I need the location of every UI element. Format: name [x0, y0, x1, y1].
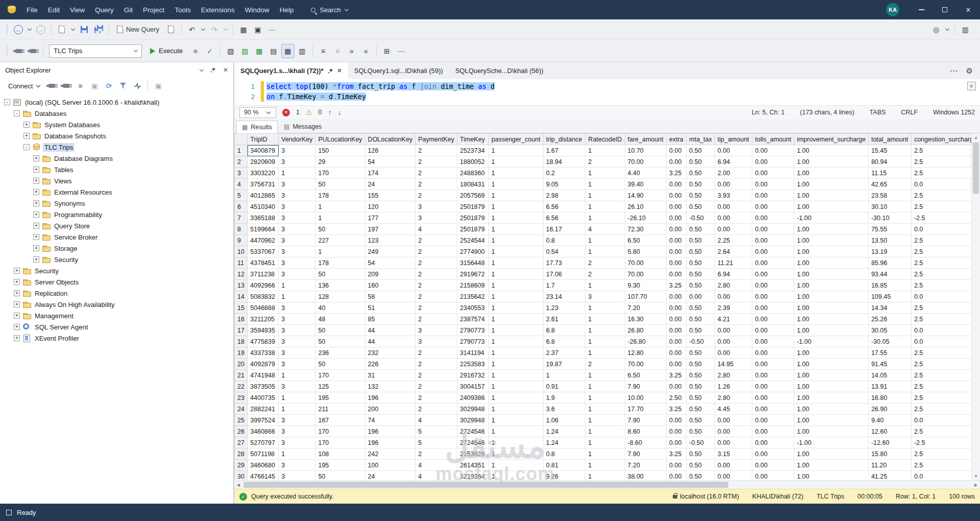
grid-cell[interactable]: 1	[585, 280, 625, 291]
settings-gear-icon[interactable]: ⚙	[966, 66, 973, 76]
database-selector[interactable]: TLC Trips	[49, 44, 142, 58]
uncomment-icon[interactable]: ≡	[331, 44, 344, 58]
grid-cell[interactable]: 16.85	[868, 280, 911, 291]
row-header[interactable]: 10	[235, 246, 248, 257]
grid-cell[interactable]: 2790773	[457, 325, 489, 336]
grid-cell[interactable]: 0.00	[715, 145, 752, 156]
grid-cell[interactable]: 1.00	[794, 325, 869, 336]
grid-cell[interactable]: 1	[585, 426, 625, 437]
scrollbar-thumb[interactable]	[243, 482, 728, 488]
grid-cell[interactable]: 1	[585, 415, 625, 426]
zoom-selector[interactable]: 90 %	[239, 107, 276, 118]
grid-cell[interactable]: 0.50	[687, 190, 715, 201]
tab-sqlquery3[interactable]: SQLQuerySche...D\khali (56))	[449, 62, 550, 79]
grid-cell[interactable]: 1	[585, 212, 625, 224]
grid-cell[interactable]: 4337338	[248, 347, 279, 359]
grid-cell[interactable]: 1	[488, 392, 543, 404]
filter-icon[interactable]	[116, 79, 130, 93]
column-header[interactable]: TimeKey	[457, 134, 489, 145]
specify-values-icon[interactable]: ⊞	[380, 44, 394, 58]
grid-cell[interactable]: 2916732	[457, 370, 489, 381]
grid-cell[interactable]: 2	[585, 156, 625, 168]
menu-help[interactable]: Help	[275, 0, 299, 19]
grid-cell[interactable]: 51	[365, 302, 415, 314]
grid-cell[interactable]: 2	[415, 381, 457, 392]
grid-cell[interactable]: 3156448	[457, 257, 489, 269]
grid-cell[interactable]: 0.00	[667, 201, 687, 212]
grid-cell[interactable]: 1.67	[543, 145, 585, 156]
grid-cell[interactable]: 1.00	[794, 471, 869, 481]
grid-cell[interactable]: 2.61	[543, 314, 585, 325]
grid-cell[interactable]: 1.00	[794, 426, 869, 437]
connect-server-icon[interactable]	[45, 79, 58, 93]
grid-cell[interactable]: 2	[415, 392, 457, 404]
grid-cell[interactable]: 3711238	[248, 269, 279, 280]
grid-cell[interactable]: 1	[488, 201, 543, 212]
grid-cell[interactable]: 1880052	[457, 156, 489, 168]
grid-cell[interactable]: 1	[585, 325, 625, 336]
grid-cell[interactable]: 0.00	[715, 291, 752, 302]
row-header[interactable]: 18	[235, 336, 248, 347]
grid-cell[interactable]: 41.25	[868, 471, 911, 481]
toolbar-overflow-icon[interactable]: ⋯	[265, 22, 279, 37]
grid-cell[interactable]: 0.50	[687, 168, 715, 179]
grid-cell[interactable]: 2	[415, 145, 457, 156]
grid-cell[interactable]: 30.10	[868, 201, 911, 212]
column-header[interactable]: passenger_count	[488, 134, 543, 145]
indent-icon[interactable]: »	[345, 44, 358, 58]
grid-cell[interactable]: 23.58	[868, 190, 911, 201]
tree-item[interactable]: +Management	[0, 310, 233, 321]
tree-item[interactable]: +Database Diagrams	[0, 153, 233, 164]
row-header[interactable]: 14	[235, 291, 248, 302]
grid-cell[interactable]: 132	[365, 381, 415, 392]
grid-cell[interactable]: 2	[415, 404, 457, 415]
grid-cell[interactable]: 126	[365, 145, 415, 156]
grid-cell[interactable]: 2153628	[457, 448, 489, 460]
error-icon[interactable]: ✕	[282, 109, 290, 116]
grid-cell[interactable]: 0.00	[667, 235, 687, 246]
grid-cell[interactable]: 0.00	[667, 145, 687, 156]
grid-cell[interactable]: 2	[415, 269, 457, 280]
grid-cell[interactable]: 1.00	[794, 392, 869, 404]
row-header[interactable]: 28	[235, 448, 248, 460]
grid-cell[interactable]: 1	[585, 145, 625, 156]
grid-cell[interactable]: 3	[415, 212, 457, 224]
grid-cell[interactable]: 170	[315, 426, 365, 437]
grid-cell[interactable]: 3.25	[667, 370, 687, 381]
grid-cell[interactable]: 2.00	[715, 168, 752, 179]
grid-cell[interactable]: 236	[315, 347, 365, 359]
grid-cell[interactable]: 16.80	[868, 392, 911, 404]
grid-cell[interactable]: 2	[415, 314, 457, 325]
grid-cell[interactable]: 197	[365, 224, 415, 235]
grid-cell[interactable]: -2.5	[911, 437, 979, 448]
grid-cell[interactable]: 4378451	[248, 257, 279, 269]
grid-cell[interactable]: 2.5	[911, 168, 979, 179]
grid-cell[interactable]: 42.65	[868, 179, 911, 190]
activity-monitor-icon[interactable]	[131, 79, 144, 93]
grid-cell[interactable]: 13.91	[868, 381, 911, 392]
grid-cell[interactable]: -1.00	[794, 437, 869, 448]
grid-cell[interactable]: 3219364	[457, 471, 489, 481]
new-file-chevron[interactable]	[69, 22, 77, 37]
grid-cell[interactable]: 1	[488, 246, 543, 257]
grid-cell[interactable]: 196	[365, 392, 415, 404]
grid-cell[interactable]: 85.96	[868, 257, 911, 269]
grid-cell[interactable]: 0.8	[543, 448, 585, 460]
grid-cell[interactable]: 48	[315, 314, 365, 325]
grid-cell[interactable]: 1.00	[794, 347, 869, 359]
grid-cell[interactable]: 1	[585, 314, 625, 325]
cancel-query-icon[interactable]: ■	[189, 44, 202, 58]
grid-cell[interactable]: 1.00	[794, 168, 869, 179]
grid-cell[interactable]: 2.5	[911, 426, 979, 437]
tree-item[interactable]: +Programmability	[0, 209, 233, 220]
grid-cell[interactable]: 3.15	[715, 448, 752, 460]
column-header[interactable]: fare_amount	[625, 134, 667, 145]
grid-cell[interactable]: 1	[488, 224, 543, 235]
tree-item[interactable]: +Query Store	[0, 220, 233, 231]
expand-icon[interactable]: +	[14, 324, 20, 330]
grid-cell[interactable]: 50	[315, 336, 365, 347]
grid-cell[interactable]: 1.00	[794, 460, 869, 471]
grid-cell[interactable]: 226	[365, 359, 415, 370]
grid-cell[interactable]: 209	[365, 269, 415, 280]
grid-cell[interactable]: 1	[488, 404, 543, 415]
